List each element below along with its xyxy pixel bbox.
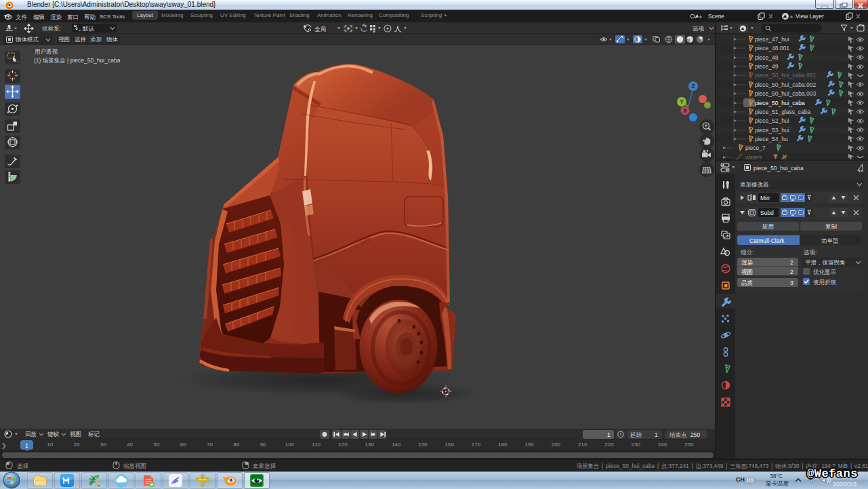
svg-text:X: X	[683, 107, 687, 114]
svg-text:Y: Y	[680, 98, 684, 105]
svg-text:全局: 全局	[314, 26, 326, 33]
svg-text:Z: Z	[691, 83, 695, 90]
